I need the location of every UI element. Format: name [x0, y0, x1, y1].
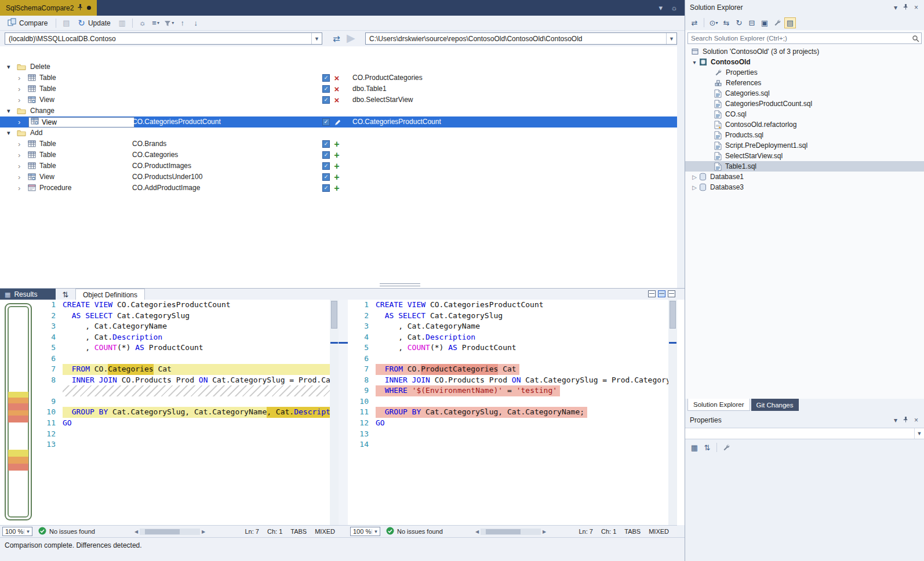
pin-icon[interactable] — [903, 3, 908, 12]
horizontal-scrollbar[interactable]: ◀ ▶ — [133, 528, 207, 536]
pin-icon[interactable] — [903, 416, 908, 425]
chevron-collapsed-icon[interactable]: › — [18, 172, 20, 183]
scrollbar-thumb[interactable] — [145, 529, 180, 534]
target-definition-pane[interactable]: 1CREATE VIEW CO.CategoriesProductCount2 … — [348, 300, 677, 525]
tree-item-solution-contosoold-3-of-3-projects-[interactable]: Solution 'ContosoOld' (3 of 3 projects) — [685, 46, 924, 57]
tree-item-contosoold[interactable]: ▾ContosoOld — [685, 57, 924, 67]
chevron-expanded-icon[interactable]: ▾ — [7, 128, 10, 139]
tree-item-database1[interactable]: ▷Database1 — [685, 172, 924, 182]
move-down-icon[interactable]: ↓ — [190, 17, 202, 29]
chevron-collapsed-icon[interactable]: › — [18, 94, 20, 105]
scrollbar-thumb[interactable] — [331, 301, 337, 329]
code-line[interactable]: 5 , COUNT(*) AS ProductCount — [35, 343, 330, 354]
tree-item-categoriesproductcount-sql[interactable]: CategoriesProductCount.sql — [685, 99, 924, 109]
close-icon[interactable]: × — [914, 416, 918, 424]
code-line[interactable]: 2 AS SELECT Cat.CategorySlug — [348, 311, 668, 322]
include-checkbox[interactable]: ✓ — [322, 173, 330, 181]
code-line[interactable]: 7 FROM CO.ProductCategories Cat — [348, 364, 668, 375]
alphabetical-icon[interactable]: ⇅ — [701, 442, 713, 453]
close-icon[interactable]: × — [914, 3, 918, 12]
search-input[interactable] — [688, 35, 910, 42]
code-line[interactable]: 4 , Cat.Description — [348, 332, 668, 343]
include-checkbox[interactable]: ✓ — [322, 118, 330, 126]
sync-with-active-document-icon[interactable]: ⇄ — [689, 17, 700, 28]
preview-selected-items-icon[interactable]: ▣ — [759, 17, 770, 28]
chevron-collapsed-icon[interactable]: › — [18, 150, 20, 161]
group-row-add[interactable]: ▾Add — [0, 128, 677, 139]
properties-titlebar[interactable]: Properties ▾ × — [685, 413, 924, 428]
code-line[interactable]: 11 GROUP BY Cat.CategorySlug, Cat.Catego… — [348, 407, 668, 418]
vertical-scrollbar[interactable] — [668, 300, 677, 525]
chevron-down-icon[interactable]: ▾ — [894, 3, 897, 12]
refresh-icon[interactable]: ↻ — [733, 17, 745, 28]
code-line[interactable]: 8 INNER JOIN CO.Products Prod ON Cat.Cat… — [348, 375, 668, 386]
code-line[interactable]: 4 , Cat.Description — [35, 332, 330, 343]
group-row-change[interactable]: ▾Change — [0, 105, 677, 116]
publish-script-icon[interactable]: ▥ — [117, 17, 128, 29]
chevron-collapsed-icon[interactable]: › — [18, 139, 20, 150]
chevron-down-icon[interactable]: ▼ — [311, 33, 322, 44]
comparison-row[interactable]: ›Table✓×dbo.Table1 — [0, 83, 677, 94]
group-row-delete[interactable]: ▾Delete — [0, 61, 677, 72]
splitter-grip[interactable] — [380, 283, 420, 286]
tree-item-database3[interactable]: ▷Database3 — [685, 182, 924, 192]
comparison-row[interactable]: ›View✓×dbo.SelectStarView — [0, 94, 677, 105]
include-checkbox[interactable]: ✓ — [322, 162, 330, 170]
generate-script-icon[interactable]: ▤ — [60, 17, 72, 29]
include-checkbox[interactable]: ✓ — [322, 74, 330, 82]
filter-icon[interactable]: ▾ — [163, 17, 175, 29]
comparison-row[interactable]: ›TableCO.Brands✓+ — [0, 139, 677, 150]
vertical-scrollbar[interactable] — [330, 300, 339, 525]
tree-item-selectstarview-sql[interactable]: SelectStarView.sql — [685, 151, 924, 161]
chevron-down-icon[interactable]: ▼ — [666, 33, 676, 44]
code-line[interactable]: 9 — [35, 396, 330, 407]
comparison-row[interactable]: ›ViewCO.CategoriesProductCount✓CO.Catego… — [0, 116, 677, 128]
tab-git-changes[interactable]: Git Changes — [751, 399, 799, 411]
chevron-expanded-icon[interactable]: ▾ — [7, 61, 10, 72]
code-line[interactable]: 13 — [35, 439, 330, 450]
chevron-down-icon[interactable]: ▼ — [914, 428, 924, 439]
code-line[interactable]: 11GO — [35, 418, 330, 429]
tree-item-categories-sql[interactable]: Categories.sql — [685, 88, 924, 99]
code-line[interactable]: 8 INNER JOIN CO.Products Prod ON Cat.Cat… — [35, 375, 330, 386]
tab-solution-explorer[interactable]: Solution Explorer — [687, 399, 750, 411]
scroll-right-icon[interactable]: ▶ — [541, 529, 548, 534]
tab-results[interactable]: ▦ Results — [0, 289, 56, 300]
code-line[interactable]: 6 — [35, 354, 330, 365]
tree-item-contosoold-refactorlog[interactable]: ContosoOld.refactorlog — [685, 119, 924, 130]
code-line[interactable]: 14 — [348, 439, 668, 450]
tree-item-properties[interactable]: Properties — [685, 67, 924, 78]
chevron-collapsed-icon[interactable]: › — [18, 72, 20, 83]
pending-changes-filter-icon[interactable]: ⊙▾ — [708, 17, 719, 28]
pin-icon[interactable] — [78, 3, 83, 13]
chevron-down-icon[interactable]: ▼ — [372, 529, 380, 534]
comparison-row[interactable]: ›TableCO.Categories✓+ — [0, 150, 677, 161]
comparison-row[interactable]: ›ProcedureCO.AddProductImage✓+ — [0, 183, 677, 194]
sort-results-button[interactable]: ⇅ — [59, 289, 72, 300]
search-icon[interactable] — [910, 35, 921, 42]
source-definition-pane[interactable]: 1CREATE VIEW CO.CategoriesProductCount2 … — [35, 300, 339, 525]
code-line[interactable]: 3 , Cat.CategoryName — [348, 321, 668, 332]
code-line[interactable]: 10 — [348, 396, 668, 407]
collapse-all-icon[interactable]: ⊟ — [746, 17, 758, 28]
document-tab[interactable]: SqlSchemaCompare2 — [0, 0, 97, 16]
search-box[interactable] — [687, 32, 922, 44]
chevron-collapsed-icon[interactable]: › — [18, 183, 20, 194]
include-checkbox[interactable]: ✓ — [322, 140, 330, 148]
chevron-expanded-icon[interactable]: ▾ — [690, 59, 699, 65]
include-checkbox[interactable]: ✓ — [322, 151, 330, 159]
comparison-row[interactable]: ›ViewCO.ProductsUnder100✓+ — [0, 172, 677, 183]
include-checkbox[interactable]: ✓ — [322, 85, 330, 93]
scrollbar-thumb[interactable] — [486, 529, 521, 534]
scroll-left-icon[interactable]: ◀ — [133, 529, 140, 534]
properties-icon[interactable] — [772, 17, 783, 28]
code-line[interactable]: 12 — [35, 429, 330, 440]
code-line[interactable]: 7 FROM CO.Categories Cat — [35, 364, 330, 375]
code-line[interactable]: 12GO — [348, 418, 668, 429]
gear-icon[interactable]: ☼ — [671, 3, 678, 12]
chevron-down-icon[interactable]: ▾ — [659, 3, 663, 12]
switch-views-icon[interactable]: ⇆ — [721, 17, 732, 28]
code-line[interactable]: 1CREATE VIEW CO.CategoriesProductCount — [348, 300, 668, 311]
chevron-collapsed-icon[interactable]: ▷ — [690, 184, 699, 191]
code-line[interactable]: 2 AS SELECT Cat.CategorySlug — [35, 311, 330, 322]
